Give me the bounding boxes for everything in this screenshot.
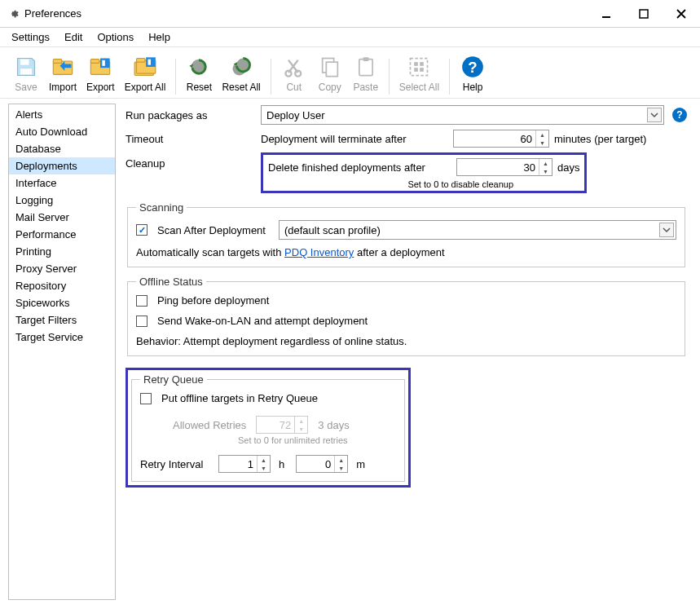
close-button[interactable] [663, 0, 700, 28]
reset-icon [186, 54, 212, 80]
export-icon [87, 54, 113, 80]
toolbar: Save Import Export Export All Reset Rese… [0, 47, 700, 99]
save-icon [13, 54, 39, 80]
timeout-prefix: Deployment will terminate after [261, 133, 448, 145]
toolbar-separator [175, 59, 176, 95]
retry-legend: Retry Queue [140, 373, 207, 386]
gear-icon [7, 7, 20, 20]
cleanup-highlight: Delete finished deployments after ▲▼ day… [261, 152, 587, 193]
timeout-spinbox[interactable]: ▲▼ [453, 130, 549, 148]
allowed-retries-spinbox: ▲▼ [256, 416, 308, 434]
copy-button[interactable]: Copy [312, 52, 348, 95]
ping-checkbox[interactable] [136, 295, 147, 307]
svg-rect-22 [359, 60, 372, 76]
svg-point-18 [285, 71, 291, 77]
svg-rect-8 [100, 59, 110, 68]
import-icon [50, 54, 76, 80]
toolbar-separator [449, 59, 450, 95]
sidebar-item-proxy-server[interactable]: Proxy Server [9, 260, 115, 277]
scan-after-checkbox[interactable] [136, 224, 147, 236]
retry-h-suffix: h [279, 458, 284, 470]
menu-options[interactable]: Options [97, 31, 134, 43]
help-badge-icon[interactable]: ? [672, 108, 687, 122]
sidebar-item-alerts[interactable]: Alerts [9, 106, 115, 123]
titlebar: Preferences [0, 0, 700, 28]
svg-rect-1 [640, 10, 648, 18]
svg-rect-21 [326, 62, 337, 77]
spinner-buttons[interactable]: ▲▼ [257, 456, 270, 472]
svg-rect-14 [148, 60, 152, 65]
cleanup-suffix: days [557, 161, 579, 174]
retry-m-input[interactable] [297, 456, 334, 472]
svg-rect-2 [20, 60, 29, 65]
cut-button[interactable]: Cut [276, 52, 312, 95]
sidebar-item-database[interactable]: Database [9, 140, 115, 157]
spinner-buttons[interactable]: ▲▼ [334, 456, 347, 472]
export-button[interactable]: Export [81, 52, 120, 95]
copy-icon [317, 54, 343, 80]
svg-rect-28 [420, 68, 425, 72]
sidebar-item-repository[interactable]: Repository [9, 277, 115, 294]
sidebar-item-interface[interactable]: Interface [9, 174, 115, 192]
retry-h-input[interactable] [219, 456, 257, 472]
timeout-input[interactable] [454, 130, 535, 147]
sidebar-item-mail-server[interactable]: Mail Server [9, 209, 115, 226]
pdq-inventory-link[interactable]: PDQ Inventory [284, 246, 354, 258]
cleanup-input[interactable] [457, 159, 539, 175]
menu-settings[interactable]: Settings [11, 31, 50, 43]
cleanup-label: Cleanup [125, 152, 256, 170]
svg-point-19 [295, 71, 301, 77]
retry-h-spinbox[interactable]: ▲▼ [218, 455, 271, 473]
minimize-button[interactable] [588, 0, 625, 28]
sidebar-item-target-filters[interactable]: Target Filters [9, 311, 115, 329]
select-all-button[interactable]: Select All [394, 52, 444, 95]
sidebar-item-spiceworks[interactable]: Spiceworks [9, 294, 115, 311]
export-all-button[interactable]: Export All [120, 52, 171, 95]
sidebar: AlertsAuto DownloadDatabaseDeploymentsIn… [8, 104, 116, 600]
svg-text:?: ? [468, 59, 477, 76]
maximize-button[interactable] [625, 0, 663, 28]
retry-offline-checkbox[interactable] [140, 393, 152, 404]
wol-checkbox[interactable] [136, 316, 147, 327]
menu-edit[interactable]: Edit [64, 31, 82, 43]
cleanup-prefix: Delete finished deployments after [268, 161, 451, 174]
allowed-retries-label: Allowed Retries [173, 419, 246, 431]
svg-rect-0 [602, 16, 610, 18]
reset-all-icon [228, 54, 254, 80]
sidebar-item-target-service[interactable]: Target Service [9, 329, 115, 346]
menubar: Settings Edit Options Help [0, 28, 700, 47]
sidebar-item-auto-download[interactable]: Auto Download [9, 123, 115, 140]
retry-offline-label: Put offline targets in Retry Queue [161, 392, 318, 404]
scan-profile-select[interactable]: (default scan profile) [279, 220, 676, 240]
svg-rect-25 [415, 62, 419, 66]
svg-rect-23 [363, 57, 368, 61]
offline-group: Offline Status Ping before deployment Se… [127, 276, 685, 356]
offline-behavior: Behavior: Attempt deployment regardless … [136, 335, 407, 347]
paste-icon [353, 54, 379, 80]
retry-interval-label: Retry Interval [140, 458, 214, 470]
export-all-icon [132, 54, 158, 80]
menu-help[interactable]: Help [148, 31, 170, 43]
chevron-down-icon [647, 108, 662, 122]
run-as-select[interactable]: Deploy User [261, 105, 664, 125]
spinner-buttons[interactable]: ▲▼ [539, 159, 552, 175]
import-button[interactable]: Import [44, 52, 81, 95]
sidebar-item-performance[interactable]: Performance [9, 226, 115, 243]
save-button[interactable]: Save [8, 52, 44, 95]
sidebar-item-deployments[interactable]: Deployments [9, 157, 115, 174]
paste-button[interactable]: Paste [348, 52, 384, 95]
sidebar-item-logging[interactable]: Logging [9, 192, 115, 209]
scan-after-label: Scan After Deployment [157, 224, 266, 236]
spinner-buttons[interactable]: ▲▼ [535, 130, 548, 147]
svg-rect-5 [53, 60, 62, 64]
wol-label: Send Wake-on-LAN and attempt deployment [157, 315, 368, 327]
retry-m-spinbox[interactable]: ▲▼ [296, 455, 348, 473]
help-button[interactable]: ? Help [455, 52, 491, 95]
select-all-icon [406, 54, 432, 80]
chevron-down-icon [659, 223, 674, 237]
cleanup-spinbox[interactable]: ▲▼ [456, 158, 553, 176]
reset-button[interactable]: Reset [181, 52, 217, 95]
reset-all-button[interactable]: Reset All [217, 52, 265, 95]
sidebar-item-printing[interactable]: Printing [9, 243, 115, 260]
ping-label: Ping before deployment [157, 294, 269, 307]
